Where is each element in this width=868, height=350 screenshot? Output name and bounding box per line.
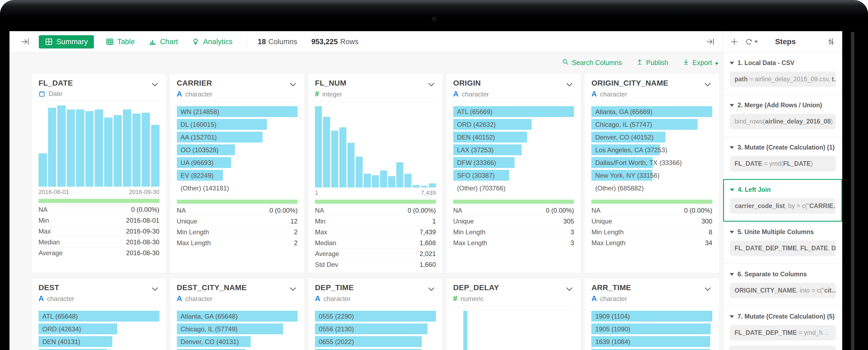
- tab-chart[interactable]: Chart: [147, 35, 180, 48]
- category-label: DL (160015): [181, 119, 217, 130]
- tab-summary[interactable]: Summary: [39, 35, 94, 48]
- stat-value: 305: [563, 217, 574, 225]
- bezel-highlight: [851, 32, 855, 350]
- collapse-left-panel-icon[interactable]: [21, 37, 30, 46]
- column-card-arr_time: ARR_TIMEAcharacter1909 (1104)1905 (1090)…: [584, 278, 720, 350]
- step-title: 6. Separate to Columns: [730, 271, 836, 278]
- category-row: DFW (33366): [453, 157, 574, 168]
- category-bars: 0555 (2290)0556 (2130)0655 (2022)0557 (2…: [315, 311, 436, 350]
- column-type-label: Date: [49, 90, 62, 98]
- calendar-icon: [38, 91, 45, 97]
- tab-analytics[interactable]: Analytics: [190, 35, 234, 48]
- category-label: Chicago, IL (57747): [595, 119, 652, 130]
- cards-row-1: FL_DATEDate2016-08-012016-09-30NA0 (0.00…: [31, 73, 720, 273]
- step-item[interactable]: 7. Mutate (Create Calculation) (5)FL_DAT…: [723, 306, 842, 350]
- step-item[interactable]: 5. Unite Multiple ColumnsFL_DATE_DEP_TIM…: [723, 221, 842, 264]
- chevron-down-icon[interactable]: [704, 285, 712, 294]
- step-expression-chip[interactable]: FL_DATE_DEP_TIME, FL_DATE, D…: [730, 241, 836, 256]
- category-label: EV (82249): [181, 170, 214, 181]
- steps-list: 1. Local Data - CSVpath = airline_delay_…: [723, 53, 842, 350]
- category-label: Atlanta, GA (65648): [181, 311, 238, 322]
- stat-value: 2016-08-30: [126, 249, 159, 257]
- histogram-bar: [315, 106, 322, 187]
- category-row: Atlanta, GA (65648): [177, 311, 298, 321]
- histogram-bar: [76, 109, 84, 187]
- stat-label: Median: [315, 239, 336, 247]
- character-type-icon: A: [453, 90, 459, 98]
- histogram: [315, 106, 436, 187]
- column-type-label: character: [323, 295, 351, 303]
- stat-label: Min Length: [591, 229, 624, 236]
- step-item[interactable]: 6. Separate to ColumnsORIGIN_CITY_NAME, …: [723, 264, 842, 306]
- step-expression-chip[interactable]: DEP_DELAY_category = dete…: [730, 345, 836, 350]
- refresh-button[interactable]: [745, 38, 758, 46]
- column-card-dest_city_name: DEST_CITY_NAMEAcharacterAtlanta, GA (656…: [169, 278, 305, 350]
- category-label: (Other) (703766): [457, 183, 506, 194]
- collapse-right-panel-icon[interactable]: [706, 37, 715, 46]
- column-type-label: character: [185, 295, 212, 303]
- chevron-down-icon[interactable]: [427, 80, 435, 90]
- column-type-label: numeric: [461, 295, 484, 303]
- chevron-down-icon[interactable]: [289, 285, 297, 294]
- category-row: 1909 (1104): [591, 311, 712, 321]
- publish-button[interactable]: Publish: [636, 58, 669, 67]
- step-title-text: 5. Unite Multiple Columns: [738, 229, 814, 236]
- category-bars: Atlanta, GA (65669)Chicago, IL (57747)De…: [591, 106, 712, 194]
- chevron-down-icon[interactable]: [151, 80, 159, 90]
- chevron-down-icon[interactable]: [565, 285, 574, 294]
- stat-value: 34: [705, 239, 712, 247]
- column-chart: 1909 (1104)1905 (1090)1639 (1084)1643 (1…: [591, 311, 712, 350]
- search-icon: [562, 58, 569, 67]
- category-label: ORD (42632): [457, 119, 496, 130]
- step-item[interactable]: 1. Local Data - CSVpath = airline_delay_…: [723, 53, 842, 95]
- step-expression-chip[interactable]: FL_DATE = ymd(FL_DATE): [730, 156, 836, 172]
- step-expression-chip[interactable]: FL_DATE_DEP_TIME = ymd_h…: [730, 325, 836, 341]
- stat-value: 7,439: [420, 229, 436, 236]
- search-columns-button[interactable]: Search Columns: [562, 58, 622, 67]
- step-caret-icon: [730, 62, 734, 65]
- step-expression-chip[interactable]: bind_rows(airline_delay_2016_08): [730, 114, 836, 129]
- step-item[interactable]: 4. Left Joincarrier_code_list, by = c("C…: [723, 179, 842, 221]
- stat-label: Max Length: [591, 239, 625, 247]
- histogram-bar: [339, 127, 346, 187]
- chevron-down-icon[interactable]: [565, 80, 574, 90]
- column-stats: NA0 (0.00%)Min1Max7,439Median1,608Averag…: [315, 205, 436, 270]
- step-item[interactable]: 3. Mutate (Create Calculation) (1)FL_DAT…: [723, 137, 842, 179]
- caret-down-icon: [754, 39, 758, 44]
- category-row: Chicago, IL (57747): [591, 119, 712, 130]
- stat-row: NA0 (0.00%): [38, 204, 159, 215]
- histogram-bar: [429, 183, 436, 187]
- category-row: Los Angeles, CA (37249): [177, 349, 298, 350]
- sliders-icon[interactable]: [827, 38, 835, 46]
- chevron-down-icon[interactable]: [289, 80, 297, 90]
- column-card-fl_date: FL_DATEDate2016-08-012016-09-30NA0 (0.00…: [31, 73, 167, 273]
- step-title: 3. Mutate (Create Calculation) (1): [730, 144, 836, 151]
- step-title-text: 1. Local Data - CSV: [738, 59, 795, 67]
- category-label: 1643 (1084): [595, 349, 630, 350]
- step-expression-chip[interactable]: ORIGIN_CITY_NAME, into = c("cit…: [730, 283, 836, 298]
- chevron-down-icon[interactable]: [151, 285, 159, 294]
- stat-value: 1: [432, 217, 436, 225]
- x-axis-labels: 2016-08-012016-09-30: [38, 187, 159, 196]
- column-card-dep_time: DEP_TIMEAcharacter0555 (2290)0556 (2130)…: [308, 278, 443, 350]
- column-chart: Atlanta, GA (65648)Chicago, IL (57749)De…: [177, 311, 298, 350]
- category-row: EV (82249): [177, 170, 298, 181]
- step-expression-chip[interactable]: path = airline_delay_2016_09.csv, t…: [730, 72, 836, 87]
- step-expression-chip[interactable]: carrier_code_list, by = c("CARRIE…: [730, 198, 835, 214]
- stat-value: 2016-08-30: [126, 238, 159, 246]
- column-card-carrier: CARRIERAcharacterWN (214858)DL (160015)A…: [169, 73, 305, 273]
- chevron-down-icon[interactable]: [704, 80, 712, 90]
- add-step-icon[interactable]: [730, 38, 738, 46]
- column-name: FL_NUM: [315, 79, 436, 88]
- tab-table[interactable]: Table: [104, 35, 137, 48]
- histogram-bar: [57, 105, 66, 187]
- tab-label: Chart: [160, 38, 178, 46]
- export-button[interactable]: Export: [682, 58, 718, 67]
- summary-cards: FL_DATEDate2016-08-012016-09-30NA0 (0.00…: [9, 73, 723, 350]
- card-header: ORIGINAcharacter: [453, 79, 574, 102]
- category-row: Atlanta, GA (65669): [591, 106, 712, 117]
- column-stats: NA0 (0.00%)Unique305Min Length3Max Lengt…: [453, 205, 574, 248]
- column-name: CARRIER: [177, 79, 298, 88]
- chevron-down-icon[interactable]: [427, 285, 435, 294]
- step-item[interactable]: 2. Merge (Add Rows / Union)bind_rows(air…: [723, 95, 842, 137]
